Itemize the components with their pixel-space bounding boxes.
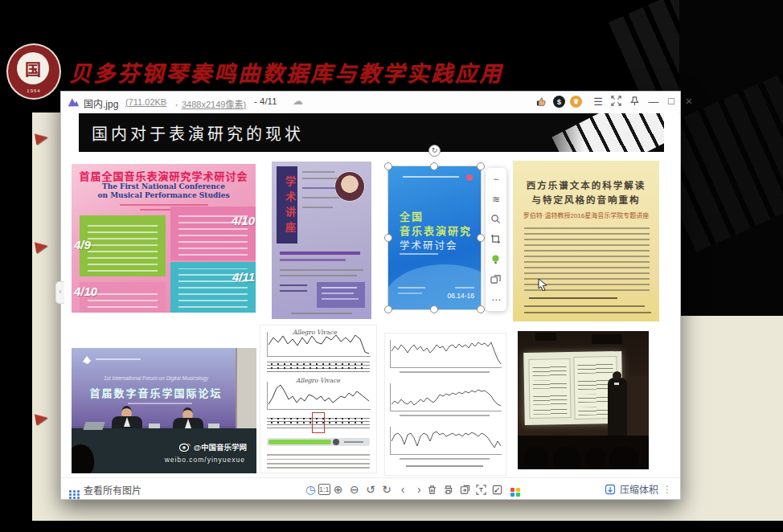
university-seal-logo: 国 1964: [6, 43, 61, 100]
slide-section-header: 国内对于表演研究的现状: [79, 113, 664, 152]
forum-title: 首届数字音乐学国际论坛: [72, 385, 240, 400]
weibo-watermark: @中国音乐学网: [179, 441, 247, 452]
slide-section-title: 国内对于表演研究的现状: [92, 121, 304, 145]
file-dimensions-link[interactable]: 3488x2149像素): [182, 97, 246, 110]
vip-crown-icon[interactable]: ♛: [570, 96, 582, 108]
paper: [149, 424, 160, 428]
toolbar-icon-row: ◷ 1:1 ⊕ ⊖ ↺ ↻ ‹ ›: [302, 482, 524, 497]
image-viewer-window: 国内.jpg (711.02KB , 3488x2149像素) - 4/11 ☁…: [60, 91, 681, 500]
selection-handle-sw[interactable]: [384, 305, 392, 313]
text-line: [280, 290, 307, 292]
text-line: [280, 284, 307, 286]
selection-handle-ne[interactable]: [477, 162, 485, 170]
blue-poster-line2: 音乐表演研究: [400, 223, 472, 238]
rotate-left-icon[interactable]: ↺: [363, 484, 379, 495]
view-all-grid-icon[interactable]: [69, 484, 80, 499]
actual-size-icon[interactable]: 1:1: [318, 484, 330, 495]
line-chart-2: [390, 383, 502, 411]
enhance-bulb-icon[interactable]: [490, 254, 502, 265]
pink-poster-en2: on Musical Performance Studies: [72, 191, 256, 199]
viewer-canvas[interactable]: 国内对于表演研究的现状 首届全国音乐表演研究学术研讨会 The First Na…: [61, 113, 678, 478]
bullet-arrow: [35, 240, 48, 253]
text-line: [398, 287, 425, 289]
window-titlebar[interactable]: 国内.jpg (711.02KB , 3488x2149像素) - 4/11 ☁…: [61, 92, 680, 113]
highlight-box: [312, 412, 325, 433]
collapse-rail-icon[interactable]: −: [490, 174, 502, 185]
headline-line: [280, 252, 360, 255]
watermark-url: weibo.com/yinyuexue: [165, 456, 245, 464]
minimize-button[interactable]: —: [647, 96, 660, 107]
date-label: 4/9: [74, 238, 91, 252]
tempo-analysis-figure: Allegro Vivace Allegro Vivace: [260, 325, 377, 473]
pink-poster-en1: The First National Conference: [72, 182, 256, 190]
watermark-handle: @中国音乐学网: [194, 441, 247, 452]
menu-icon[interactable]: ☰: [592, 96, 605, 107]
audience-head: [524, 447, 548, 468]
article-list-item: [524, 312, 651, 313]
pin-on-top-icon[interactable]: [629, 96, 642, 106]
maximize-button[interactable]: □: [665, 96, 678, 106]
meta-comma: ,: [175, 97, 178, 107]
rotate-right-icon[interactable]: ↻: [379, 484, 395, 495]
player-time: [344, 441, 363, 443]
player-progress: [269, 440, 331, 444]
file-dimensions-value: 3488x2149像素: [182, 100, 243, 109]
selection-handle-se[interactable]: [477, 305, 485, 313]
article-page-yellow: 西方乐谱文本的科学解读 与特定风格的音响重构 罗伯特·温特教授2016星海音乐学…: [513, 161, 659, 321]
line-chart-1: [390, 340, 502, 368]
headline-line: [280, 259, 346, 261]
player-knob[interactable]: [333, 439, 339, 445]
compress-more-icon[interactable]: ⋮: [662, 484, 672, 495]
compress-icon: [605, 484, 616, 495]
file-size-value: 711.02KB: [129, 97, 167, 107]
view-all-label[interactable]: 查看所有图片: [84, 483, 141, 497]
podium: [627, 376, 649, 432]
compare-icon[interactable]: [490, 274, 502, 285]
money-badge-icon[interactable]: $: [553, 96, 565, 108]
beautify-colors-icon[interactable]: [508, 482, 524, 497]
paper: [208, 424, 219, 428]
text-line: [302, 197, 339, 198]
line-chart-3: [390, 427, 502, 455]
thumb-up-icon[interactable]: [535, 96, 547, 108]
crop-icon[interactable]: [490, 234, 502, 245]
magnifier-icon[interactable]: [490, 214, 502, 225]
pink-poster-title: 首届全国音乐表演研究学术研讨会: [72, 168, 256, 183]
cloud-sync-icon[interactable]: ☁: [293, 96, 303, 106]
edit-icon[interactable]: [492, 485, 508, 495]
selection-handle-w[interactable]: [384, 234, 392, 242]
text-line: [302, 178, 339, 179]
compress-label[interactable]: 压缩体积: [620, 482, 658, 496]
sidebar-collapse-handle[interactable]: ‹: [55, 281, 64, 304]
previous-image-icon[interactable]: ‹: [395, 484, 411, 495]
selection-handle-e[interactable]: [477, 234, 485, 242]
fullscreen-icon[interactable]: [611, 96, 624, 106]
zoom-in-icon[interactable]: ⊕: [330, 484, 346, 495]
file-size-link[interactable]: (711.02KB: [125, 97, 166, 107]
more-tools-icon[interactable]: ⋯: [490, 294, 502, 305]
forum-en-title: 1st International Forum on Digital Music…: [72, 375, 240, 381]
image-page-indicator: - 4/11: [254, 96, 277, 106]
next-image-icon[interactable]: ›: [411, 484, 427, 495]
ocr-text-icon[interactable]: [476, 485, 492, 495]
player-bar[interactable]: [267, 438, 370, 446]
compress-group[interactable]: 压缩体积 ⋮: [605, 482, 672, 496]
tempo-curve-1: [267, 332, 371, 357]
print-icon[interactable]: [443, 485, 459, 495]
chart-caption: [400, 371, 490, 373]
conference-poster-blue-selected[interactable]: 全国 音乐表演研究 学术研讨会 06.14-16: [388, 166, 481, 309]
delete-icon[interactable]: [427, 485, 443, 495]
layers-icon[interactable]: ≋: [490, 194, 502, 205]
zoom-out-icon[interactable]: ⊖: [346, 484, 363, 495]
seal-emblem: 国: [17, 52, 49, 84]
close-button[interactable]: ×: [683, 95, 695, 107]
selection-handle-nw[interactable]: [384, 162, 392, 170]
selection-handle-s[interactable]: [430, 305, 438, 313]
rotate-handle-icon[interactable]: ↻: [428, 145, 441, 157]
slideshow-icon[interactable]: ◷: [302, 484, 318, 495]
lecture-hall-photo: [518, 331, 649, 469]
selection-handle-n[interactable]: [430, 162, 438, 170]
convert-format-icon[interactable]: [460, 485, 476, 495]
article-list-heading: [529, 297, 617, 299]
lecture-poster-vertical-title: 学术讲座: [277, 173, 297, 240]
